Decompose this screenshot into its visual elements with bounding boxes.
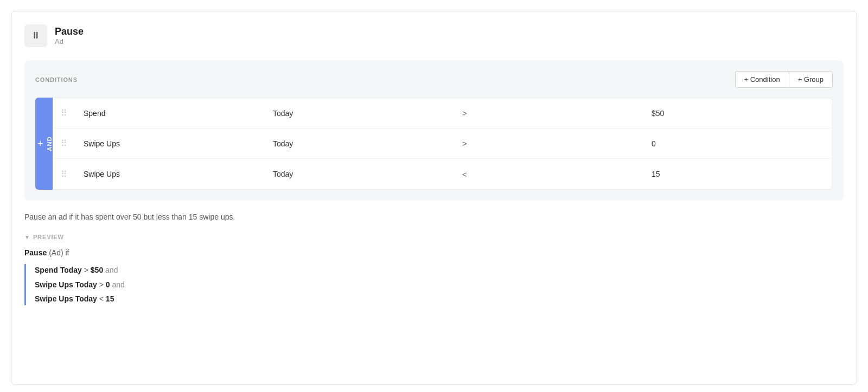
and-label: AND xyxy=(46,136,53,151)
and-plus-button[interactable]: + xyxy=(35,137,46,150)
condition-row: ⠿ Swipe Ups Today > 0 xyxy=(53,128,832,159)
conditions-table: ⠿ Spend Today > $50 ⠿ Swipe Ups Today > … xyxy=(53,98,833,190)
conditions-header: CONDITIONS + Condition + Group xyxy=(35,71,833,88)
preview-section: ▼ PREVIEW Pause (Ad) if Spend Today > $5… xyxy=(24,234,844,305)
and-bar: AND + xyxy=(35,98,53,190)
cell-metric: Swipe Ups xyxy=(75,162,264,186)
header-title: Pause xyxy=(55,26,84,37)
preview-line1-value: $50 xyxy=(91,266,103,274)
preview-line-2: Swipe Ups Today > 0 and xyxy=(35,279,844,291)
preview-line1-op: > xyxy=(82,266,91,274)
conditions-section: CONDITIONS + Condition + Group AND + ⠿ S… xyxy=(24,60,844,201)
header-section: II Pause Ad xyxy=(24,24,844,47)
preview-line3-op: < xyxy=(97,294,106,303)
condition-row: ⠿ Spend Today > $50 xyxy=(53,98,832,128)
cell-time: Today xyxy=(264,162,454,186)
page-wrapper: II Pause Ad CONDITIONS + Condition + Gro… xyxy=(11,11,857,385)
preview-line3-value: 15 xyxy=(106,294,114,303)
cell-metric: Swipe Ups xyxy=(75,132,264,156)
cell-operator: < xyxy=(454,162,643,187)
drag-handle[interactable]: ⠿ xyxy=(53,128,75,158)
preview-intro-rest: (Ad) if xyxy=(47,248,69,257)
group-container: AND + ⠿ Spend Today > $50 ⠿ Swipe Ups To… xyxy=(35,98,833,190)
cell-metric: Spend xyxy=(75,101,264,125)
cell-value: $50 xyxy=(643,101,832,125)
cell-time: Today xyxy=(264,132,454,156)
cell-operator: > xyxy=(454,131,643,156)
preview-line-1: Spend Today > $50 and xyxy=(35,264,844,276)
drag-handle[interactable]: ⠿ xyxy=(53,159,75,189)
add-group-button[interactable]: + Group xyxy=(789,71,833,88)
pause-icon-label: II xyxy=(34,31,39,41)
preview-list: Spend Today > $50 and Swipe Ups Today > … xyxy=(24,264,844,305)
pause-icon: II xyxy=(24,24,47,47)
preview-chevron-icon: ▼ xyxy=(24,234,30,240)
drag-handle[interactable]: ⠿ xyxy=(53,98,75,128)
preview-line2-op: > xyxy=(97,280,106,289)
description-text: Pause an ad if it has spent over 50 but … xyxy=(24,211,844,223)
preview-line2-value: 0 xyxy=(106,280,110,289)
preview-line2-suffix: and xyxy=(110,280,125,289)
preview-intro-bold: Pause xyxy=(24,248,47,257)
header-subtitle: Ad xyxy=(55,37,84,46)
preview-header[interactable]: ▼ PREVIEW xyxy=(24,234,844,240)
cell-value: 15 xyxy=(643,162,832,186)
preview-line-3: Swipe Ups Today < 15 xyxy=(35,293,844,305)
preview-line2-bold: Swipe Ups Today xyxy=(35,280,97,289)
header-labels: Pause Ad xyxy=(55,26,84,46)
cell-time: Today xyxy=(264,101,454,125)
preview-line1-bold: Spend Today xyxy=(35,266,82,274)
cell-operator: > xyxy=(454,101,643,125)
preview-line1-suffix: and xyxy=(103,266,118,274)
condition-row: ⠿ Swipe Ups Today < 15 xyxy=(53,159,832,189)
conditions-label: CONDITIONS xyxy=(35,76,78,83)
add-condition-button[interactable]: + Condition xyxy=(735,71,789,88)
preview-line3-bold: Swipe Ups Today xyxy=(35,294,97,303)
conditions-actions: + Condition + Group xyxy=(735,71,833,88)
preview-intro: Pause (Ad) if xyxy=(24,247,844,259)
preview-label: PREVIEW xyxy=(33,234,64,240)
cell-value: 0 xyxy=(643,132,832,156)
